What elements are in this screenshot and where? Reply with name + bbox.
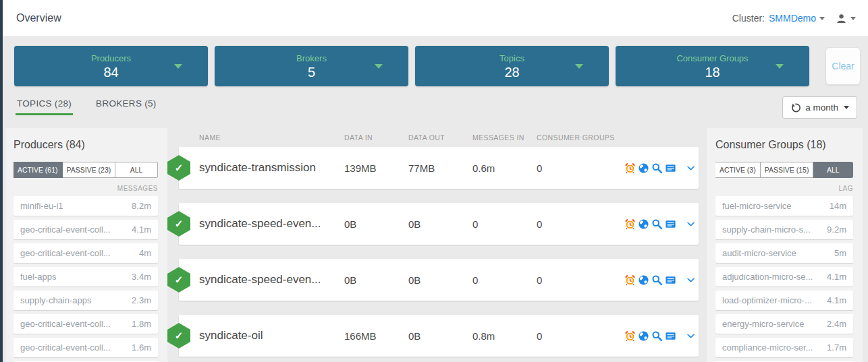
consumer-groups-list: fuel-micro-service 14m supply-chain-micr… (715, 196, 853, 357)
globe-icon[interactable] (638, 218, 649, 230)
clear-filters-button[interactable]: Clear (825, 47, 861, 85)
expand-chevron-icon[interactable] (686, 163, 696, 173)
topic-messages-in: 0.8m (472, 330, 537, 342)
topic-actions (624, 218, 696, 230)
producer-messages: 1.8m (132, 319, 151, 329)
filter-segment[interactable]: ACTIVE (3) (715, 162, 761, 178)
time-range-button[interactable]: a month (782, 96, 857, 119)
alerts-icon[interactable] (624, 218, 636, 230)
metric-filter-card[interactable]: Producers 84 (14, 46, 208, 86)
topic-row[interactable]: ✓ syndicate-speed-even... 0B 0B 0 0 (179, 259, 699, 301)
column-header-messages-in: MESSAGES IN (472, 133, 537, 142)
filter-segment[interactable]: PASSIVE (15) (761, 162, 814, 178)
collapsed-nav-strip (0, 0, 3, 362)
consumer-groups-column-label: LAG (715, 185, 853, 192)
alerts-icon[interactable] (624, 330, 636, 342)
producer-list-item[interactable]: supply-chain-apps 2.3m (13, 291, 158, 310)
metric-label: Producers (91, 53, 131, 64)
producer-list-item[interactable]: geo-critical-event-coll... 1.8m (13, 314, 158, 334)
producer-list-item[interactable]: geo-critical-event-coll... 1.6m (13, 338, 158, 357)
metric-filter-card[interactable]: Brokers 5 (215, 46, 408, 86)
topic-consumer-groups: 0 (537, 274, 624, 286)
consumer-group-lag: 4.1m (827, 272, 846, 282)
tab-list: TOPICS (28) BROKERS (5) (16, 96, 180, 115)
consumer-group-list-item[interactable]: load-optimizer-micro-... 4.1m (715, 291, 853, 310)
producer-list-item[interactable]: geo-critical-event-coll... 4.1m (13, 220, 158, 239)
globe-icon[interactable] (638, 274, 649, 286)
chevron-down-icon[interactable] (375, 64, 383, 69)
producer-messages: 3.4m (132, 272, 151, 282)
producer-messages: 1.6m (132, 342, 151, 353)
topic-data-in: 166MB (344, 330, 408, 342)
producer-name: fuel-apps (20, 272, 56, 282)
expand-chevron-icon[interactable] (686, 331, 696, 341)
chevron-down-icon[interactable] (174, 64, 182, 69)
filter-segment[interactable]: ALL (115, 162, 158, 178)
producer-list-item[interactable]: geo-critical-event-coll... 4m (13, 243, 158, 263)
list-details-icon[interactable] (665, 162, 676, 174)
alerts-icon[interactable] (624, 162, 636, 174)
topic-row[interactable]: ✓ syndicate-transmission 139MB 77MB 0.6m… (179, 147, 699, 189)
filter-segment[interactable]: ALL (813, 162, 853, 178)
consumer-group-list-item[interactable]: energy-micro-service 2.4m (715, 314, 853, 334)
topic-name[interactable]: syndicate-speed-even... (199, 273, 344, 286)
topic-data-in: 0B (344, 218, 408, 230)
producer-name: geo-critical-event-coll... (20, 319, 111, 329)
filter-segment[interactable]: ACTIVE (61) (13, 162, 63, 178)
consumer-group-list-item[interactable]: fuel-micro-service 14m (715, 196, 853, 216)
expand-chevron-icon[interactable] (686, 275, 696, 285)
metric-label: Brokers (296, 53, 327, 64)
topic-name[interactable]: syndicate-transmission (199, 161, 344, 175)
search-icon[interactable] (651, 218, 663, 230)
consumer-group-list-item[interactable]: compliance-micro-ser... 1.7m (715, 338, 853, 357)
chevron-down-icon (844, 106, 849, 109)
topic-row[interactable]: ✓ syndicate-oil 166MB 0B 0.8m 0 (179, 315, 699, 357)
search-icon[interactable] (651, 274, 663, 286)
list-details-icon[interactable] (665, 330, 676, 342)
expand-chevron-icon[interactable] (686, 219, 696, 229)
topic-actions (624, 274, 696, 286)
list-details-icon[interactable] (665, 218, 676, 230)
chevron-down-icon[interactable] (575, 64, 583, 69)
metric-filter-card[interactable]: Topics 28 (415, 46, 609, 86)
consumer-group-list-item[interactable]: supply-chain-micro-s... 9.2m (715, 220, 853, 239)
producer-list-item[interactable]: fuel-apps 3.4m (13, 267, 158, 286)
topic-actions (624, 330, 696, 342)
globe-icon[interactable] (638, 162, 649, 174)
consumer-group-name: fuel-micro-service (722, 201, 792, 211)
tabs-row: TOPICS (28) BROKERS (5) a month (16, 96, 857, 120)
metric-filter-card[interactable]: Consumer Groups 18 (616, 46, 809, 86)
tab[interactable]: BROKERS (5) (94, 96, 158, 115)
user-menu[interactable] (836, 13, 856, 24)
metric-value: 84 (103, 64, 118, 80)
producer-list-item[interactable]: minifi-eu-i1 8.2m (13, 196, 158, 216)
consumer-group-list-item[interactable]: adjudication-micro-se... 4.1m (715, 267, 853, 286)
topic-name[interactable]: syndicate-oil (199, 329, 344, 342)
producer-name: minifi-eu-i1 (20, 201, 63, 211)
healthy-status-icon: ✓ (167, 211, 190, 237)
search-icon[interactable] (651, 330, 663, 342)
topic-name[interactable]: syndicate-speed-even... (199, 217, 344, 231)
chevron-down-icon[interactable] (819, 17, 825, 20)
topic-actions (624, 162, 696, 174)
topic-row[interactable]: ✓ syndicate-speed-even... 0B 0B 0 0 (179, 203, 699, 245)
topic-data-out: 77MB (408, 162, 472, 174)
filter-segment[interactable]: PASSIVE (23) (63, 162, 116, 178)
producer-messages: 4m (139, 248, 151, 258)
cluster-selector[interactable]: SMMDemo (769, 13, 816, 24)
metric-label: Topics (499, 53, 524, 64)
producer-name: geo-critical-event-coll... (20, 224, 111, 235)
topics-table-body: ✓ syndicate-transmission 139MB 77MB 0.6m… (179, 147, 699, 362)
search-icon[interactable] (651, 162, 663, 174)
chevron-down-icon[interactable] (776, 64, 784, 69)
consumer-group-lag: 5m (834, 248, 846, 258)
globe-icon[interactable] (638, 330, 649, 342)
consumer-group-name: energy-micro-service (722, 319, 804, 329)
alerts-icon[interactable] (624, 274, 636, 286)
topic-data-out: 0B (408, 330, 472, 342)
consumer-group-list-item[interactable]: audit-micro-service 5m (715, 243, 853, 263)
producers-panel-title: Producers (84) (13, 139, 158, 151)
tab[interactable]: TOPICS (28) (16, 96, 73, 115)
topic-messages-in: 0 (472, 218, 537, 230)
list-details-icon[interactable] (665, 274, 676, 286)
